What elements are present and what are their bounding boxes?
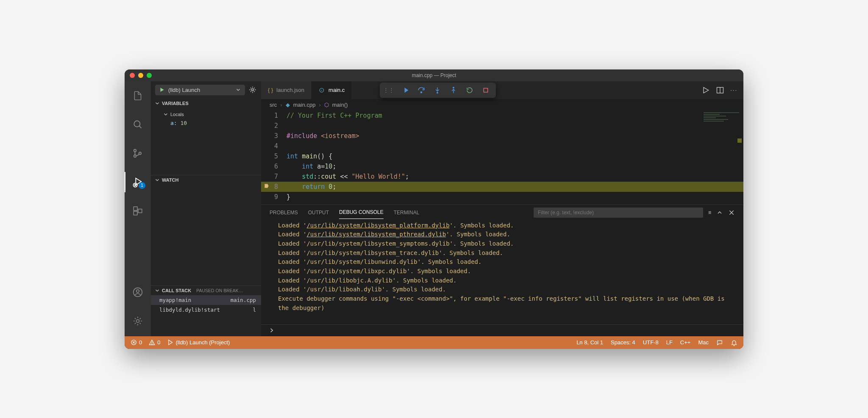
watch-header[interactable]: WATCH	[151, 175, 261, 185]
chevron-right-icon: ›	[319, 102, 320, 108]
editor-area: { } launch.json + main.c ⋮⋮	[261, 81, 743, 336]
console-filter-input[interactable]	[534, 208, 703, 218]
svg-rect-18	[484, 88, 487, 92]
step-out-button[interactable]	[447, 83, 460, 97]
tab-output[interactable]: OUTPUT	[308, 206, 329, 219]
chevron-right-icon: ›	[280, 102, 282, 108]
watch-section: WATCH	[151, 175, 261, 285]
svg-text:+: +	[321, 89, 323, 91]
svg-point-15	[421, 91, 422, 93]
status-language[interactable]: C++	[680, 339, 691, 346]
minimize-window-button[interactable]	[138, 73, 143, 78]
variables-label: VARIABLES	[162, 101, 189, 106]
step-into-button[interactable]	[431, 83, 444, 97]
run-debug-icon[interactable]: 1	[128, 172, 148, 192]
stack-frame[interactable]: myapp!mainmain.cpp	[151, 295, 261, 305]
source-control-icon[interactable]	[128, 143, 148, 163]
svg-point-17	[453, 87, 454, 88]
locals-header[interactable]: Locals	[163, 110, 261, 119]
minimap[interactable]	[701, 111, 742, 145]
console-line: Loaded '/usr/lib/system/libsystem_trace.…	[278, 249, 735, 258]
window: main.cpp — Project 1	[125, 69, 743, 349]
console-line: Loaded '/usr/lib/system/libsystem_pthrea…	[278, 230, 735, 239]
editor-line[interactable]: 9}	[261, 192, 743, 202]
variable-row[interactable]: a: 10	[163, 119, 261, 127]
close-window-button[interactable]	[130, 73, 135, 78]
search-icon[interactable]	[128, 114, 148, 135]
bottom-panel: PROBLEMS OUTPUT DEBUG CONSOLE TERMINAL ≡…	[261, 205, 743, 336]
extensions-icon[interactable]	[128, 201, 148, 221]
panel-tabs: PROBLEMS OUTPUT DEBUG CONSOLE TERMINAL ≡	[261, 205, 743, 220]
debug-settings-gear-icon[interactable]	[248, 86, 257, 94]
debug-console-output[interactable]: Loaded '/usr/lib/system/libsystem_platfo…	[261, 220, 743, 324]
explorer-icon[interactable]	[128, 86, 148, 106]
debug-toolbar: ⋮⋮	[380, 83, 496, 98]
console-input[interactable]	[261, 324, 743, 336]
window-title: main.cpp — Project	[412, 72, 456, 78]
editor-line[interactable]: 2	[261, 121, 743, 131]
tab-terminal[interactable]: TERMINAL	[394, 206, 420, 219]
editor[interactable]: 1// Your First C++ Program23#include <io…	[261, 111, 743, 205]
tab-bar: { } launch.json + main.c ⋮⋮	[261, 81, 743, 99]
status-encoding[interactable]: UTF-8	[643, 339, 659, 346]
breadcrumb-src: src	[270, 102, 277, 108]
word-wrap-icon[interactable]: ≡	[708, 210, 711, 216]
watch-label: WATCH	[162, 177, 179, 183]
drag-handle-icon[interactable]: ⋮⋮	[383, 87, 394, 93]
breadcrumb-file: main.cpp	[293, 102, 316, 108]
close-panel-icon[interactable]	[728, 209, 735, 216]
tab-main-cpp[interactable]: + main.c	[312, 81, 352, 99]
more-icon[interactable]: ···	[730, 87, 737, 93]
status-bell-icon[interactable]	[731, 339, 737, 346]
method-icon: ⬡	[324, 102, 329, 108]
svg-point-10	[136, 290, 139, 293]
chevron-down-icon	[235, 87, 241, 93]
console-line: Loaded '/usr/lib/system/libunwind.dylib'…	[278, 257, 735, 267]
debug-config-select[interactable]: (lldb) Launch	[155, 85, 245, 95]
variable-value: 10	[180, 120, 187, 126]
status-cursor-pos[interactable]: Ln 8, Col 1	[576, 339, 603, 346]
svg-rect-7	[134, 211, 137, 215]
breadcrumb[interactable]: src › ◆ main.cpp › ⬡ main()	[261, 99, 743, 111]
status-warnings[interactable]: 0	[149, 339, 160, 346]
editor-line[interactable]: 8 return 0;	[261, 182, 743, 192]
stack-frame[interactable]: libdyld.dylib!startl	[151, 305, 261, 315]
variable-name: a:	[170, 120, 177, 126]
json-icon: { }	[268, 87, 273, 93]
status-indentation[interactable]: Spaces: 4	[611, 339, 635, 346]
status-feedback-icon[interactable]	[716, 339, 723, 346]
editor-line[interactable]: 6 int a=10;	[261, 161, 743, 172]
tab-problems[interactable]: PROBLEMS	[270, 206, 298, 219]
continue-button[interactable]	[398, 83, 412, 97]
debug-sidebar: (lldb) Launch VARIABLES Loca	[151, 81, 261, 336]
zoom-window-button[interactable]	[147, 73, 152, 78]
editor-line[interactable]: 3#include <iostream>	[261, 131, 743, 141]
svg-point-2	[134, 149, 136, 151]
variables-header[interactable]: VARIABLES	[151, 99, 261, 108]
settings-gear-icon[interactable]	[128, 311, 148, 331]
svg-line-1	[139, 126, 141, 128]
run-icon[interactable]	[701, 86, 710, 94]
svg-rect-6	[134, 207, 137, 210]
status-errors[interactable]: 0	[131, 339, 142, 346]
status-debug-target[interactable]: (lldb) Launch (Project)	[167, 339, 230, 346]
tab-launch-json[interactable]: { } launch.json	[261, 81, 312, 99]
editor-line[interactable]: 7 std::cout << "Hello World!";	[261, 172, 743, 182]
split-editor-icon[interactable]	[716, 86, 724, 94]
restart-button[interactable]	[463, 83, 476, 97]
svg-point-12	[252, 89, 254, 91]
callstack-header[interactable]: CALL STACK PAUSED ON BREAK…	[151, 286, 261, 295]
accounts-icon[interactable]	[128, 282, 148, 302]
stop-button[interactable]	[479, 83, 492, 97]
status-eol[interactable]: LF	[666, 339, 673, 346]
editor-line[interactable]: 4	[261, 141, 743, 151]
console-line: Loaded '/usr/lib/libobjc.A.dylib'. Symbo…	[278, 276, 735, 285]
step-over-button[interactable]	[415, 83, 428, 97]
status-os[interactable]: Mac	[698, 339, 709, 346]
svg-point-0	[134, 121, 140, 127]
collapse-panel-icon[interactable]	[716, 209, 723, 216]
tab-debug-console[interactable]: DEBUG CONSOLE	[339, 206, 384, 219]
editor-line[interactable]: 5int main() {	[261, 151, 743, 161]
cpp-icon: ◆	[286, 102, 290, 108]
editor-line[interactable]: 1// Your First C++ Program	[261, 111, 743, 121]
